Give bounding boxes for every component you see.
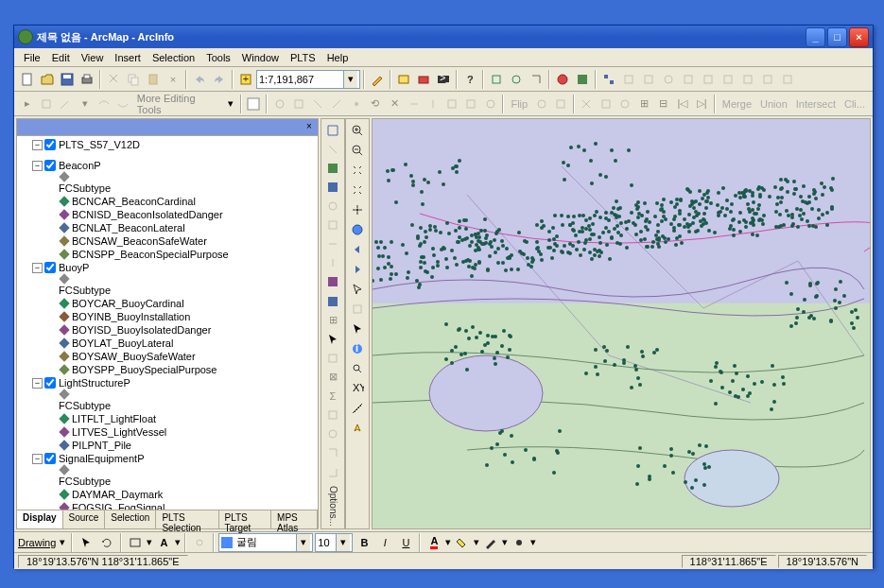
- arccatalog-button[interactable]: [394, 70, 413, 89]
- merge-button[interactable]: Merge: [719, 98, 755, 110]
- tab-mps-atlas[interactable]: MPS Atlas: [271, 510, 318, 528]
- more-editing-tools-dropdown[interactable]: More Editing Tools: [133, 93, 223, 115]
- edit-tool-1[interactable]: ▸: [18, 95, 36, 113]
- layer-label[interactable]: BCNSPP_BeaconSpecialPurpose: [72, 249, 229, 260]
- layer-label[interactable]: FCSubtype: [59, 285, 111, 296]
- select-elements-button[interactable]: [348, 320, 367, 338]
- tool-button-12[interactable]: [719, 70, 737, 89]
- edit-tool-5[interactable]: [95, 95, 113, 113]
- layer-label[interactable]: BeaconP: [59, 160, 101, 171]
- tool-button-10[interactable]: [679, 70, 698, 89]
- rectangle-tool[interactable]: [126, 533, 145, 552]
- command-line-button[interactable]: >_: [434, 70, 453, 89]
- vt1-btn-17[interactable]: [323, 444, 342, 462]
- scale-combo[interactable]: 1:7,191,867 ▾: [256, 70, 360, 89]
- tree-toggle[interactable]: −: [32, 454, 43, 464]
- layer-label[interactable]: LITFLT_LightFloat: [72, 413, 156, 424]
- vt1-btn-9[interactable]: [323, 273, 342, 291]
- layer-label[interactable]: SignalEquipmentP: [59, 453, 145, 464]
- tab-source[interactable]: Source: [63, 510, 106, 528]
- tool-button-1[interactable]: [487, 70, 506, 89]
- hyperlink-button[interactable]: [348, 419, 367, 438]
- edit-btn-b[interactable]: [289, 95, 307, 113]
- pan-button[interactable]: [348, 200, 367, 219]
- menu-window[interactable]: Window: [236, 50, 285, 65]
- layer-label[interactable]: BOYISD_BuoyIsolatedDanger: [72, 324, 211, 336]
- tab-selection[interactable]: Selection: [105, 510, 156, 528]
- layer-checkbox[interactable]: [44, 377, 56, 389]
- line-color-button[interactable]: [481, 533, 500, 552]
- edit-tool-2[interactable]: [37, 95, 55, 113]
- vt1-btn-3[interactable]: [323, 159, 342, 177]
- minimize-button[interactable]: _: [806, 27, 825, 47]
- menu-plts[interactable]: PLTS: [285, 50, 321, 65]
- select-elements-tool[interactable]: [77, 533, 95, 552]
- clip-button[interactable]: Cli...: [841, 98, 869, 110]
- fill-color-button[interactable]: [453, 533, 472, 552]
- layer-label[interactable]: FOGSIG_FogSignal: [72, 502, 165, 510]
- tool-button-8[interactable]: [639, 70, 658, 89]
- tree-toggle[interactable]: −: [32, 161, 43, 171]
- vt1-select-arrow[interactable]: [323, 330, 342, 348]
- geo-btn-4[interactable]: ⊞: [635, 95, 653, 113]
- open-button[interactable]: [38, 70, 57, 89]
- identify-button[interactable]: i: [348, 339, 367, 358]
- menu-help[interactable]: Help: [321, 50, 355, 65]
- tool-button-9[interactable]: [659, 70, 678, 89]
- menu-file[interactable]: File: [18, 50, 46, 65]
- edit-tool-3[interactable]: [57, 95, 75, 113]
- next-extent-button[interactable]: [348, 260, 367, 279]
- titlebar[interactable]: 제목 없음 - ArcMap - ArcInfo _ □ ×: [14, 26, 873, 48]
- font-combo[interactable]: 굴림 ▾: [218, 533, 313, 552]
- paste-button[interactable]: [144, 70, 163, 89]
- edit-btn-j[interactable]: [443, 95, 461, 113]
- fixed-zoom-in-button[interactable]: [348, 161, 367, 180]
- geo-btn-1[interactable]: [578, 95, 596, 113]
- prev-extent-button[interactable]: [348, 240, 367, 259]
- menu-edit[interactable]: Edit: [46, 50, 76, 65]
- underline-button[interactable]: U: [396, 533, 415, 552]
- layer-label[interactable]: BOYLAT_BuoyLateral: [72, 337, 173, 349]
- geo-btn-6[interactable]: |◁: [673, 95, 691, 113]
- geo-btn-5[interactable]: ⊟: [654, 95, 672, 113]
- map-canvas[interactable]: [372, 118, 871, 529]
- edit-btn-k[interactable]: [462, 95, 480, 113]
- vt1-btn-10[interactable]: [323, 292, 342, 310]
- checkbox-toggle[interactable]: [245, 95, 263, 113]
- tool-button-3[interactable]: [527, 70, 546, 89]
- menu-tools[interactable]: Tools: [200, 50, 236, 65]
- layer-checkbox[interactable]: [44, 453, 56, 464]
- geo-btn-7[interactable]: ▷|: [693, 95, 711, 113]
- vt1-btn-18[interactable]: [323, 463, 342, 481]
- tree-toggle[interactable]: −: [32, 263, 43, 273]
- edit-btn-g[interactable]: ✕: [386, 95, 404, 113]
- print-button[interactable]: [78, 70, 96, 89]
- edit-btn-h[interactable]: [405, 95, 423, 113]
- delete-button[interactable]: ×: [164, 70, 182, 89]
- find-button[interactable]: [348, 359, 367, 378]
- vt1-btn-13[interactable]: ⊠: [323, 368, 342, 386]
- copy-button[interactable]: [124, 70, 143, 89]
- edit-tool-6[interactable]: [113, 95, 131, 113]
- vt1-btn-1[interactable]: [323, 121, 342, 139]
- layer-label[interactable]: BCNSAW_BeaconSafeWater: [72, 235, 207, 247]
- options-button[interactable]: Options...: [328, 486, 338, 527]
- edit-btn-f[interactable]: ⟲: [366, 95, 384, 113]
- flip-btn-2[interactable]: [551, 95, 569, 113]
- tool-button-13[interactable]: [738, 70, 757, 89]
- vt1-btn-11[interactable]: ⊞: [323, 311, 342, 329]
- fixed-zoom-out-button[interactable]: [348, 181, 367, 199]
- edit-btn-e[interactable]: [347, 95, 365, 113]
- tab-plts-selection[interactable]: PLTS Selection: [156, 510, 218, 528]
- layer-label[interactable]: FCSubtype: [59, 182, 111, 194]
- edit-btn-a[interactable]: [270, 95, 288, 113]
- tool-button-4[interactable]: [553, 70, 572, 89]
- zoom-in-button[interactable]: [348, 121, 367, 140]
- tool-button-6[interactable]: [599, 70, 618, 89]
- union-button[interactable]: Union: [756, 98, 791, 110]
- font-color-button[interactable]: A: [425, 533, 443, 552]
- full-extent-button[interactable]: [348, 220, 367, 239]
- geo-btn-2[interactable]: [597, 95, 615, 113]
- cut-button[interactable]: [104, 70, 123, 89]
- menu-selection[interactable]: Selection: [147, 50, 200, 65]
